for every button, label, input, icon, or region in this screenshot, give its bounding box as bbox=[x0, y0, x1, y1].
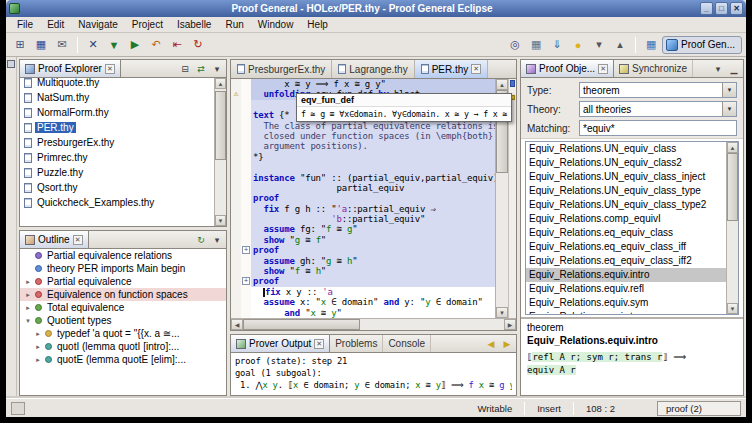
explorer-item[interactable]: Primrec.thy bbox=[20, 150, 214, 165]
chevron-down-icon[interactable]: ▼ bbox=[722, 102, 736, 116]
search-icon[interactable]: ◎ bbox=[505, 36, 525, 54]
chevron-down-icon[interactable]: ▼ bbox=[722, 83, 736, 97]
theorem-list-item[interactable]: Equiv_Relations.eq_equiv_class_iff bbox=[526, 240, 726, 254]
menu-edit[interactable]: Edit bbox=[40, 18, 71, 31]
theorem-list-item[interactable]: Equiv_Relations.equiv.sym bbox=[526, 296, 726, 310]
menu-window[interactable]: Window bbox=[251, 18, 301, 31]
theorem-list-item[interactable]: Equiv_Relations.equiv.intro bbox=[526, 268, 726, 282]
menu-help[interactable]: Help bbox=[300, 18, 335, 31]
menu-run[interactable]: Run bbox=[218, 18, 250, 31]
theory-dropdown[interactable]: all theories ▼ bbox=[579, 101, 737, 117]
menu-isabelle[interactable]: Isabelle bbox=[170, 18, 218, 31]
scroll-track[interactable] bbox=[496, 90, 508, 307]
theorem-list-item[interactable]: Equiv_Relations.UN_equiv_class2 bbox=[526, 156, 726, 170]
theorem-list-item[interactable]: Equiv_Relations.UN_equiv_class_type2 bbox=[526, 198, 726, 212]
fold-expand-icon[interactable]: + bbox=[242, 246, 250, 254]
progress-job-indicator[interactable]: proof (2) bbox=[657, 401, 741, 416]
expand-arrow-icon[interactable]: ▸ bbox=[24, 291, 32, 299]
scroll-track[interactable] bbox=[727, 153, 738, 303]
editor-tab-Lagrange.thy[interactable]: Lagrange.thy bbox=[332, 60, 414, 78]
close-tab-icon[interactable]: ✕ bbox=[314, 339, 324, 349]
tab-prover-output[interactable]: Prover Output✕ bbox=[231, 335, 330, 352]
close-tab-icon[interactable]: ✕ bbox=[598, 64, 608, 74]
outline-item[interactable]: Partial equivalence relations bbox=[20, 249, 226, 262]
outline-item[interactable]: ▸quotI (lemma quotI [intro]:... bbox=[20, 340, 226, 353]
scroll-thumb[interactable] bbox=[727, 153, 738, 221]
tab-proof-objects[interactable]: Proof Obje... ✕ bbox=[521, 60, 614, 77]
list-scrollbar[interactable]: ▲ ▼ bbox=[726, 142, 738, 314]
expand-arrow-icon[interactable]: ▾ bbox=[24, 317, 32, 325]
scroll-right-icon[interactable]: ▶ bbox=[504, 319, 516, 330]
scroll-down-icon[interactable]: ▼ bbox=[496, 307, 508, 318]
scroll-up-icon[interactable]: ▲ bbox=[215, 78, 226, 89]
menu-file[interactable]: File bbox=[10, 18, 40, 31]
outline-item[interactable]: ▾Quotient types bbox=[20, 314, 226, 327]
maximize-button[interactable]: □ bbox=[715, 2, 728, 15]
explorer-item[interactable]: PER.thy bbox=[20, 120, 214, 135]
explorer-scrollbar[interactable]: ▲ ▼ bbox=[214, 78, 226, 226]
interrupt-prover-icon[interactable]: ✕ bbox=[83, 36, 103, 54]
close-tab-icon[interactable]: ✕ bbox=[471, 64, 481, 74]
theorem-list-item[interactable]: Equiv_Relations.equiv.refl bbox=[526, 282, 726, 296]
theorem-list-item[interactable]: Equiv_Relations.equiv.trans bbox=[526, 310, 726, 314]
close-tab-icon[interactable]: ✕ bbox=[105, 64, 115, 74]
menu-project[interactable]: Project bbox=[125, 18, 170, 31]
next-step-icon[interactable]: ▼ bbox=[104, 36, 124, 54]
scroll-track[interactable] bbox=[215, 89, 226, 215]
link-with-editor-icon[interactable]: ⇄ bbox=[194, 62, 208, 76]
editor-horizontal-scrollbar[interactable]: ◀ ▶ bbox=[231, 318, 516, 330]
tab-outline[interactable]: Outline ✕ bbox=[20, 231, 89, 248]
expand-arrow-icon[interactable]: ▸ bbox=[34, 330, 42, 338]
collapse-all-icon[interactable]: ⊟ bbox=[178, 62, 192, 76]
warning-icon[interactable]: ⚠ bbox=[231, 89, 241, 99]
theorem-list-item[interactable]: Equiv_Relations.UN_equiv_class_inject bbox=[526, 170, 726, 184]
save-icon[interactable]: ▦ bbox=[31, 36, 51, 54]
expand-arrow-icon[interactable]: ▸ bbox=[24, 278, 32, 286]
explorer-item[interactable]: Quickcheck_Examples.thy bbox=[20, 195, 214, 210]
mark-occurrences-icon[interactable]: ▦ bbox=[526, 36, 546, 54]
scroll-up-icon[interactable]: ▲ bbox=[727, 142, 738, 153]
refresh-icon[interactable]: ↻ bbox=[194, 233, 208, 247]
theorem-list-item[interactable]: Equiv_Relations.eq_equiv_class bbox=[526, 226, 726, 240]
editor-tab-PresburgerEx.thy[interactable]: PresburgerEx.thy bbox=[231, 60, 332, 78]
expand-arrow-icon[interactable]: ▸ bbox=[34, 356, 42, 364]
explorer-item[interactable]: PresburgerEx.thy bbox=[20, 135, 214, 150]
theorem-list-item[interactable]: Equiv_Relations.UN_equiv_class_type bbox=[526, 184, 726, 198]
explorer-item[interactable]: NormalForm.thy bbox=[20, 105, 214, 120]
outline-item[interactable]: ▸Partial equivalence bbox=[20, 275, 226, 288]
explorer-item[interactable]: Puzzle.thy bbox=[20, 165, 214, 180]
tab-console[interactable]: Console bbox=[383, 335, 431, 352]
next-output-icon[interactable]: ▶ bbox=[500, 337, 514, 351]
tab-problems[interactable]: Problems bbox=[330, 335, 383, 352]
outline-item[interactable]: ▸quotE (lemma quotE [elim]:... bbox=[20, 353, 226, 366]
undo-step-icon[interactable]: ↶ bbox=[146, 36, 166, 54]
titlebar[interactable]: Proof General - HOLex/PER.thy - Proof Ge… bbox=[6, 0, 746, 17]
tab-synchronize[interactable]: Synchronize bbox=[614, 60, 693, 77]
scroll-down-icon[interactable]: ▼ bbox=[727, 303, 738, 314]
close-button[interactable]: ✕ bbox=[730, 2, 743, 15]
theorem-list-item[interactable]: Equiv_Relations.comp_equivI bbox=[526, 212, 726, 226]
scroll-up-icon[interactable]: ▲ bbox=[496, 79, 508, 90]
print-icon[interactable]: ✉ bbox=[52, 36, 72, 54]
previous-output-icon[interactable]: ◀ bbox=[484, 337, 498, 351]
outline-item[interactable]: theory PER imports Main begin bbox=[20, 262, 226, 275]
outline-item[interactable]: ▸Equivalence on function spaces bbox=[20, 288, 226, 301]
fold-expand-icon[interactable]: + bbox=[242, 277, 250, 285]
explorer-item[interactable]: Multiquote.thy bbox=[20, 78, 214, 90]
view-menu-icon[interactable]: ▾ bbox=[210, 62, 224, 76]
explorer-item[interactable]: NatSum.thy bbox=[20, 90, 214, 105]
close-tab-icon[interactable]: ✕ bbox=[73, 235, 83, 245]
minimize-button[interactable]: _ bbox=[700, 2, 713, 15]
view-menu-icon[interactable]: ▾ bbox=[711, 62, 725, 76]
menu-navigate[interactable]: Navigate bbox=[71, 18, 124, 31]
tab-proof-explorer[interactable]: Proof Explorer ✕ bbox=[20, 60, 121, 77]
restart-prover-icon[interactable]: ↻ bbox=[188, 36, 208, 54]
scroll-track[interactable] bbox=[243, 319, 504, 330]
trim-stack-icon[interactable] bbox=[11, 402, 25, 415]
expand-arrow-icon[interactable]: ▸ bbox=[24, 304, 32, 312]
minimize-view-icon[interactable]: ▁ bbox=[727, 62, 741, 76]
scroll-down-icon[interactable]: ▼ bbox=[215, 215, 226, 226]
last-edit-location-icon[interactable]: ⇓ bbox=[547, 36, 567, 54]
scroll-thumb[interactable] bbox=[243, 319, 360, 330]
matching-input[interactable] bbox=[579, 120, 737, 136]
